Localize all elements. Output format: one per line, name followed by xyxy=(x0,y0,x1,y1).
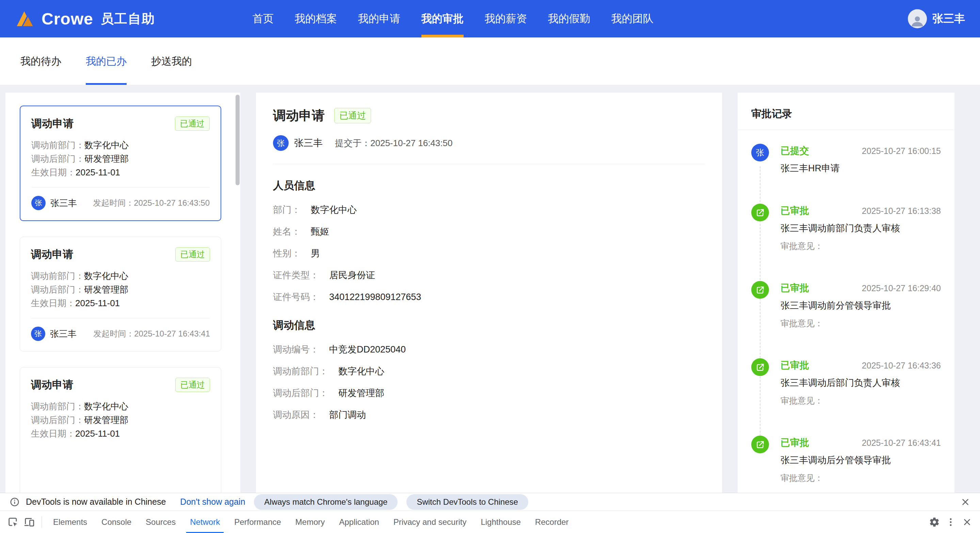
user-avatar-icon xyxy=(908,9,927,28)
field-transfer-reason: 调动原因：部门调动 xyxy=(273,408,705,421)
card-field: 调动前部门：数字化中心 xyxy=(31,399,210,413)
record-status: 已提交 xyxy=(781,144,809,157)
approval-step-icon xyxy=(751,436,769,453)
approval-tabbar: 我的待办 我的已办 抄送我的 xyxy=(0,37,980,85)
approval-history-panel: 审批记录 张 已提交 2025-10-27 16:00:15 张三丰HR申请 xyxy=(738,93,955,493)
devtools-tab-application[interactable]: Application xyxy=(332,511,386,533)
avatar: 张 xyxy=(31,327,45,341)
field-name: 姓名：甄姬 xyxy=(273,225,705,238)
device-toolbar-icon[interactable] xyxy=(21,514,37,530)
devtools-tab-memory[interactable]: Memory xyxy=(288,511,332,533)
nav-item-my-salary[interactable]: 我的薪资 xyxy=(474,0,538,37)
switch-devtools-chinese-button[interactable]: Switch DevTools to Chinese xyxy=(406,494,528,510)
devtools-tab-network[interactable]: Network xyxy=(183,511,227,533)
card-field: 调动前部门：数字化中心 xyxy=(31,138,210,152)
submitted-time: 提交于：2025-10-27 16:43:50 xyxy=(335,137,452,149)
card-field: 生效日期：2025-11-01 xyxy=(31,296,210,310)
avatar: 张 xyxy=(273,135,289,151)
match-chrome-language-button[interactable]: Always match Chrome's language xyxy=(254,494,398,510)
devtools-tabbar: Elements Console Sources Network Perform… xyxy=(0,511,980,533)
nav-item-my-approvals[interactable]: 我的审批 xyxy=(411,0,474,37)
nav-item-my-profile[interactable]: 我的档案 xyxy=(284,0,348,37)
record-status: 已审批 xyxy=(781,282,809,295)
brand-logo[interactable]: Crowe 员工自助 xyxy=(15,9,155,29)
section-title-transfer: 调动信息 xyxy=(273,318,705,332)
record-description: 张三丰调动前部门负责人审核 xyxy=(781,222,941,234)
close-icon[interactable] xyxy=(960,497,970,507)
gear-icon[interactable] xyxy=(926,514,943,530)
infobar-message: DevTools is now available in Chinese xyxy=(26,497,166,507)
request-card-2[interactable]: 调动申请 已通过 调动前部门：数字化中心 调动后部门：研发管理部 生效日期：20… xyxy=(20,237,221,351)
section-title-personnel: 人员信息 xyxy=(273,179,705,193)
status-badge: 已通过 xyxy=(175,247,210,262)
record-description: 张三丰HR申请 xyxy=(781,162,941,174)
toolbar-divider xyxy=(41,516,42,528)
list-scrollbar[interactable] xyxy=(235,93,240,493)
card-field: 调动后部门：研发管理部 xyxy=(31,282,210,296)
divider xyxy=(273,164,705,164)
avatar: 张 xyxy=(751,144,769,161)
card-field: 生效日期：2025-11-01 xyxy=(31,166,210,179)
scrollbar-thumb[interactable] xyxy=(235,95,240,185)
devtools-infobar: DevTools is now available in Chinese Don… xyxy=(0,493,980,511)
inspect-icon[interactable] xyxy=(5,514,21,530)
devtools-tab-recorder[interactable]: Recorder xyxy=(528,511,576,533)
applicant-name: 张三丰 xyxy=(50,197,77,209)
approval-step-icon xyxy=(751,204,769,221)
request-card-1[interactable]: 调动申请 已通过 调动前部门：数字化中心 调动后部门：研发管理部 生效日期：20… xyxy=(20,105,221,221)
devtools-tab-console[interactable]: Console xyxy=(94,511,138,533)
card-field: 调动前部门：数字化中心 xyxy=(31,269,210,282)
field-id-number: 证件号码：340122199809127653 xyxy=(273,290,705,304)
devtools-close-icon[interactable] xyxy=(959,514,975,530)
nav-item-my-applications[interactable]: 我的申请 xyxy=(348,0,411,37)
tab-my-done[interactable]: 我的已办 xyxy=(86,37,127,85)
card-title: 调动申请 xyxy=(31,247,73,262)
approval-record: 已审批 2025-10-27 16:43:36 张三丰调动后部门负责人审核 审批… xyxy=(751,359,941,406)
field-department: 部门：数字化中心 xyxy=(273,203,705,217)
approval-step-icon xyxy=(751,281,769,299)
nav-item-my-attendance[interactable]: 我的假勤 xyxy=(538,0,601,37)
devtools-tab-lighthouse[interactable]: Lighthouse xyxy=(474,511,528,533)
approval-record: 已审批 2025-10-27 16:29:40 张三丰调动前分管领导审批 审批意… xyxy=(751,282,941,329)
card-field: 生效日期：2025-11-01 xyxy=(31,427,210,440)
user-name: 张三丰 xyxy=(932,11,965,26)
request-card-3[interactable]: 调动申请 已通过 调动前部门：数字化中心 调动后部门：研发管理部 生效日期：20… xyxy=(20,367,221,493)
devtools-tab-sources[interactable]: Sources xyxy=(138,511,183,533)
tab-my-todo[interactable]: 我的待办 xyxy=(21,37,61,85)
applicant-name: 张三丰 xyxy=(50,328,76,340)
devtools-tab-privacy-security[interactable]: Privacy and security xyxy=(387,511,474,533)
approval-record: 已审批 2025-10-27 16:13:38 张三丰调动前部门负责人审核 审批… xyxy=(751,204,941,252)
brand-name: Crowe xyxy=(41,10,93,28)
record-time: 2025-10-27 16:13:38 xyxy=(862,206,941,216)
app-title: 员工自助 xyxy=(101,10,155,27)
card-title: 调动申请 xyxy=(31,116,73,131)
field-gender: 性别：男 xyxy=(273,247,705,260)
user-menu[interactable]: 张三丰 xyxy=(908,9,965,28)
record-description: 张三丰调动前分管领导审批 xyxy=(781,299,941,312)
divider xyxy=(738,130,955,130)
field-transfer-no: 调动编号：中竞发DD2025040 xyxy=(273,343,705,356)
status-badge: 已通过 xyxy=(175,378,210,392)
request-list-panel: 调动申请 已通过 调动前部门：数字化中心 调动后部门：研发管理部 生效日期：20… xyxy=(5,93,240,493)
devtools-tab-performance[interactable]: Performance xyxy=(227,511,288,533)
nav-item-my-team[interactable]: 我的团队 xyxy=(601,0,664,37)
approval-history-title: 审批记录 xyxy=(751,107,941,121)
record-description: 张三丰调动后部门负责人审核 xyxy=(781,377,941,389)
kebab-menu-icon[interactable] xyxy=(943,514,959,530)
initiated-time: 发起时间：2025-10-27 16:43:50 xyxy=(93,198,210,208)
field-from-department: 调动前部门：数字化中心 xyxy=(273,364,705,378)
card-footer: 张 张三丰 发起时间：2025-10-27 16:43:50 xyxy=(31,187,210,210)
approval-record: 张 已提交 2025-10-27 16:00:15 张三丰HR申请 xyxy=(751,144,941,174)
dont-show-again-link[interactable]: Don't show again xyxy=(180,497,245,507)
record-time: 2025-10-27 16:43:36 xyxy=(862,361,941,370)
devtools-tab-elements[interactable]: Elements xyxy=(46,511,94,533)
record-time: 2025-10-27 16:43:41 xyxy=(862,438,941,448)
tab-cc-to-me[interactable]: 抄送我的 xyxy=(151,37,192,85)
record-opinion: 审批意见： xyxy=(781,318,941,329)
record-opinion: 审批意见： xyxy=(781,241,941,252)
detail-title: 调动申请 xyxy=(273,107,325,124)
card-field: 调动后部门：研发管理部 xyxy=(31,152,210,166)
record-description: 张三丰调动后分管领导审批 xyxy=(781,454,941,466)
nav-item-home[interactable]: 首页 xyxy=(242,0,284,37)
avatar: 张 xyxy=(31,196,46,210)
